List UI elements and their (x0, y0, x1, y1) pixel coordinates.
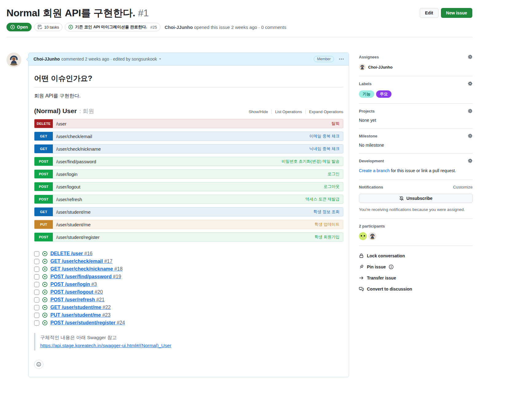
pin-issue-action[interactable]: Pin issue (359, 264, 473, 269)
assignee-row[interactable]: Choi-JJunho (359, 64, 473, 70)
avatar[interactable] (6, 53, 21, 67)
gear-icon[interactable] (468, 109, 473, 113)
api-description: 탈퇴 (332, 119, 343, 128)
api-row-post-user-login[interactable]: POST/user/login로그인 (34, 169, 343, 179)
status-label: Open (17, 25, 28, 30)
projects-title: Projects (359, 109, 375, 113)
task-checkbox[interactable] (34, 320, 39, 326)
api-path: /user/student/register (53, 233, 100, 241)
swagger-link-2[interactable]: Expand Operations (305, 109, 343, 114)
lock-conversation-action[interactable]: Lock conversation (359, 253, 473, 258)
transfer-issue-action[interactable]: Transfer issue (359, 275, 473, 280)
sidebar-section-development: Development Create a branch for this iss… (359, 153, 473, 180)
swagger-link-0[interactable]: Show/Hide (245, 109, 271, 114)
task-checkbox[interactable] (34, 313, 39, 318)
api-row-post-user-student-register[interactable]: POST/user/student/register학생 회원가입 (34, 232, 343, 242)
api-path: /user/login (53, 170, 77, 178)
gear-icon[interactable] (468, 81, 473, 86)
task-issue-number: #22 (101, 305, 111, 310)
task-checkbox[interactable] (34, 274, 39, 279)
api-description: 액세스 토큰 재발급 (305, 195, 343, 204)
kebab-menu-icon[interactable] (339, 57, 344, 61)
label-주요[interactable]: 주요 (376, 90, 391, 98)
gear-icon[interactable] (468, 133, 473, 138)
task-checkbox[interactable] (34, 290, 39, 295)
method-badge: POST (34, 182, 53, 191)
smiley-icon (36, 362, 41, 367)
api-row-get-user-check-email[interactable]: GET/user/check/email이메일 중복 체크 (34, 132, 343, 141)
gear-icon[interactable] (468, 54, 473, 59)
sidebar-section-notifications: Notifications Customize Unsubscribe You'… (359, 180, 473, 219)
task-issue-number: #20 (93, 289, 103, 295)
task-link[interactable]: POST /user/refresh #21 (50, 297, 104, 303)
api-row-put-user-student-me[interactable]: PUT/user/student/me학생 업데이트 (34, 220, 343, 229)
task-checkbox[interactable] (34, 282, 39, 287)
sidebar-section-participants: 2 participants (359, 219, 473, 246)
task-link[interactable]: GET /user/student/me #22 (50, 305, 111, 310)
chevron-down-icon[interactable] (158, 57, 162, 61)
create-branch-link[interactable]: Create a branch (359, 168, 390, 173)
task-link[interactable]: POST /user/student/register #24 (50, 320, 125, 326)
task-checkbox[interactable] (34, 305, 39, 310)
sidebar-section-labels: Labels 기능주요 (359, 76, 473, 104)
task-checkbox[interactable] (34, 259, 39, 264)
tracking-issue-number: #25 (150, 25, 157, 30)
task-label: POST /user/login (50, 282, 90, 287)
gear-icon[interactable] (468, 158, 473, 163)
participant-avatar[interactable] (359, 232, 367, 240)
sidebar: Assignees Choi-JJunho Labels 기능주요 Projec… (359, 53, 473, 377)
bell-slash-icon (399, 196, 404, 201)
task-link[interactable]: GET /user/check/email #17 (50, 259, 112, 264)
task-link[interactable]: GET /user/check/nickname #18 (50, 266, 123, 272)
unsubscribe-button[interactable]: Unsubscribe (359, 194, 473, 203)
comment-author[interactable]: Choi-JJunho (33, 57, 60, 61)
comment-meta: commented 2 weeks ago · edited by songsu… (61, 57, 157, 61)
api-description: 이메일 중복 체크 (309, 132, 343, 141)
new-issue-button[interactable]: New issue (441, 8, 472, 18)
task-link[interactable]: DELETE /user #16 (50, 251, 92, 256)
opener-name[interactable]: Choi-JJunho (165, 25, 193, 30)
participant-avatar[interactable] (368, 232, 376, 240)
tracked-by-pill[interactable]: 기존 코인 API 마이그레이션을 완료한다. #25 (65, 23, 160, 31)
issue-header: Normal 회원 API를 구현한다. #1 Edit New issue (6, 7, 472, 19)
task-label: GET /user/check/nickname (50, 266, 113, 271)
convert-to-discussion-action[interactable]: Convert to discussion (359, 287, 473, 291)
method-badge: POST (34, 233, 53, 241)
task-checkbox[interactable] (34, 297, 39, 303)
assignee-list: Choi-JJunho (359, 64, 473, 70)
task-link[interactable]: POST /user/logout #20 (50, 289, 103, 295)
add-reaction-button[interactable] (34, 360, 43, 369)
task-link[interactable]: POST /user/login #3 (50, 282, 97, 287)
avatar[interactable] (359, 64, 366, 70)
status-badge: Open (6, 23, 32, 31)
swagger-url-link[interactable]: https://api.stage.koreatech.in/swagger-u… (40, 342, 171, 350)
issue-open-icon (42, 289, 48, 295)
task-checkbox[interactable] (34, 267, 39, 272)
task-label: GET /user/check/email (50, 259, 103, 264)
swagger-link-1[interactable]: List Operations (271, 109, 305, 114)
api-row-post-user-logout[interactable]: POST/user/logout로그아웃 (34, 182, 343, 191)
api-row-post-user-refresh[interactable]: POST/user/refresh액세스 토큰 재발급 (34, 195, 343, 204)
tasks-pill-label: 10 tasks (44, 25, 59, 30)
task-link[interactable]: POST /user/find/password #19 (50, 274, 121, 279)
method-badge: POST (34, 170, 53, 178)
task-item: PUT /user/student/me #23 (34, 312, 343, 318)
blockquote: 구체적인 내용은 아래 Swagger 참고 https://api.stage… (34, 333, 343, 351)
task-label: POST /user/refresh (50, 297, 95, 302)
task-issue-number: #17 (103, 259, 112, 264)
participants-title: 2 participants (359, 224, 473, 228)
api-row-get-user-student-me[interactable]: GET/user/student/me학생 정보 조회 (34, 207, 343, 216)
api-row-post-user-find-password[interactable]: POST/user/find/password비밀번호 초기화(변경) 메일 발… (34, 157, 343, 166)
issue-opened-icon (10, 25, 15, 30)
task-checkbox[interactable] (34, 251, 39, 256)
comment-body: 어떤 이슈인가요? 회원 API를 구현한다. (Normal) User : … (29, 65, 349, 377)
api-row-delete-user[interactable]: DELETE/user탈퇴 (34, 119, 343, 128)
edit-button[interactable]: Edit (420, 8, 438, 18)
api-row-get-user-check-nickname[interactable]: GET/user/check/nickname닉네임 중복 체크 (34, 144, 343, 153)
notifications-title: Notifications (359, 185, 383, 189)
label-기능[interactable]: 기능 (359, 90, 374, 98)
task-link[interactable]: PUT /user/student/me #23 (50, 312, 111, 318)
customize-link[interactable]: Customize (453, 185, 473, 189)
task-issue-number: #21 (95, 297, 104, 302)
development-title: Development (359, 159, 384, 163)
